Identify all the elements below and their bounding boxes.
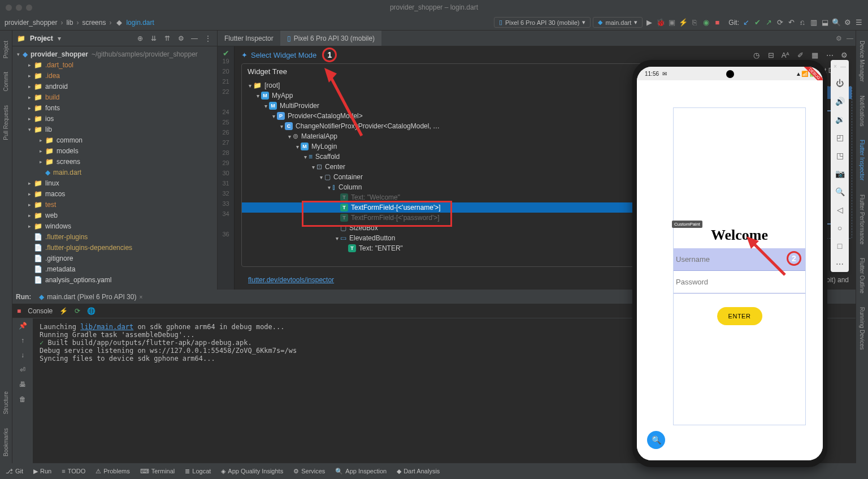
tree-item[interactable]: ▸📁macos bbox=[12, 188, 217, 199]
more-icon[interactable]: ⋯ bbox=[836, 260, 844, 269]
tree-item[interactable]: 📄analysis_options.yaml bbox=[12, 274, 217, 285]
status-run[interactable]: ▶ Run bbox=[33, 468, 51, 475]
status-dart-analysis[interactable]: ◆ Dart Analysis bbox=[397, 468, 440, 475]
expand-all-icon[interactable]: ⇊ bbox=[149, 34, 158, 43]
back-icon[interactable]: ◁ bbox=[837, 205, 843, 214]
enter-button[interactable]: ENTER bbox=[717, 307, 762, 325]
overflow-icon[interactable]: ⋯ bbox=[825, 50, 834, 59]
status-problems[interactable]: ⚠ Problems bbox=[96, 468, 129, 475]
tree-item[interactable]: ▸📁test bbox=[12, 199, 217, 210]
status-services[interactable]: ⚙ Services bbox=[293, 468, 325, 475]
rail-structure[interactable]: Structure bbox=[3, 391, 9, 415]
rail-running-devices[interactable]: Running Devices bbox=[859, 307, 865, 350]
tree-item[interactable]: ▸📁android bbox=[12, 81, 217, 92]
more-icon[interactable]: ⋮ bbox=[203, 34, 212, 43]
power-icon[interactable]: ⏻ bbox=[836, 79, 844, 88]
rail-device-manager[interactable]: Device Manager bbox=[859, 41, 865, 82]
text-scale-icon[interactable]: Aᴬ bbox=[781, 50, 790, 59]
settings-icon[interactable]: ⚙ bbox=[840, 50, 849, 59]
rail-project[interactable]: Project bbox=[3, 41, 9, 58]
breadcrumb-file[interactable]: login.dart bbox=[126, 19, 154, 27]
tab-flutter-inspector[interactable]: Flutter Inspector bbox=[218, 31, 280, 46]
rotate-right-icon[interactable]: ◳ bbox=[836, 151, 844, 160]
locate-icon[interactable]: ⊕ bbox=[136, 34, 145, 43]
hot-reload-button[interactable]: ⚡ bbox=[679, 18, 688, 27]
undo-icon[interactable]: ↶ bbox=[787, 18, 796, 27]
status-terminal[interactable]: ⌨ Terminal bbox=[140, 468, 175, 475]
device-selector[interactable]: ▯ Pixel 6 Pro API 30 (mobile) ▾ bbox=[494, 17, 591, 28]
volume-down-icon[interactable]: 🔉 bbox=[835, 115, 845, 124]
select-widget-mode-button[interactable]: ✦ Select Widget Mode bbox=[241, 51, 316, 59]
screenshot-icon[interactable]: 📷 bbox=[835, 169, 845, 178]
coverage-button[interactable]: ▣ bbox=[667, 18, 676, 27]
rail-flutter-inspector[interactable]: Flutter Inspector bbox=[859, 140, 865, 180]
status-logcat[interactable]: ≣ Logcat bbox=[185, 468, 211, 475]
close-icon[interactable]: × bbox=[139, 294, 142, 300]
print-icon[interactable]: 🖶 bbox=[19, 381, 26, 389]
attach-button[interactable]: ⎘ bbox=[690, 18, 699, 27]
tree-item[interactable]: ▸📁ios bbox=[12, 113, 217, 124]
home-icon[interactable]: ○ bbox=[837, 223, 842, 232]
devtools-link[interactable]: flutter.dev/devtools/inspector bbox=[241, 273, 341, 287]
tree-item[interactable]: 📄.gitignore bbox=[12, 253, 217, 264]
tree-item[interactable]: ▸📁build bbox=[12, 92, 217, 102]
volume-up-icon[interactable]: 🔊 bbox=[835, 97, 845, 106]
tree-item[interactable]: ◆main.dart bbox=[12, 167, 217, 178]
status-todo[interactable]: ≡ TODO bbox=[62, 468, 85, 474]
tree-item[interactable]: 📄.flutter-plugins bbox=[12, 231, 217, 242]
tree-item[interactable]: ▸📁.idea bbox=[12, 70, 217, 81]
profile-button[interactable]: ◉ bbox=[701, 18, 710, 27]
sdk-icon[interactable]: ⬓ bbox=[821, 18, 830, 27]
pin-icon[interactable]: 📌 bbox=[19, 322, 27, 330]
hide-icon[interactable]: — bbox=[844, 34, 856, 42]
inspector-fab[interactable]: 🔍 bbox=[647, 431, 665, 449]
avd-icon[interactable]: ▥ bbox=[809, 18, 818, 27]
tree-item[interactable]: ▸📁web bbox=[12, 210, 217, 221]
ruler-icon[interactable]: ⊟ bbox=[766, 50, 775, 59]
tree-item[interactable]: ▸📁models bbox=[12, 145, 217, 156]
tree-item[interactable]: ▸📁screens bbox=[12, 156, 217, 167]
up-icon[interactable]: ↑ bbox=[21, 336, 24, 344]
tab-device[interactable]: ▯Pixel 6 Pro API 30 (mobile) bbox=[280, 31, 381, 46]
settings-icon[interactable]: ⚙ bbox=[833, 34, 844, 42]
overview-icon[interactable]: □ bbox=[837, 241, 842, 251]
devtools-icon[interactable]: 🌐 bbox=[87, 307, 96, 315]
search-icon[interactable]: 🔍 bbox=[832, 18, 841, 27]
status-git[interactable]: ⎇ Git bbox=[6, 468, 23, 475]
settings-icon[interactable]: ⚙ bbox=[843, 18, 852, 27]
git-history-icon[interactable]: ⟳ bbox=[775, 18, 784, 27]
status-app-quality[interactable]: ◈ App Quality Insights bbox=[221, 468, 283, 475]
rail-pull-requests[interactable]: Pull Requests bbox=[3, 105, 9, 140]
minimize-icon[interactable]: — bbox=[840, 63, 846, 70]
git-push-icon[interactable]: ↗ bbox=[764, 18, 773, 27]
image-icon[interactable]: ▦ bbox=[810, 50, 819, 59]
stop-icon[interactable]: ■ bbox=[17, 307, 21, 315]
close-icon[interactable]: × bbox=[834, 63, 837, 70]
tree-item[interactable]: 📄.flutter-plugins-dependencies bbox=[12, 242, 217, 253]
down-icon[interactable]: ↓ bbox=[21, 351, 24, 359]
settings-icon[interactable]: ⚙ bbox=[176, 34, 185, 43]
breadcrumb-dir[interactable]: screens bbox=[82, 19, 106, 27]
tree-root[interactable]: ▾◆provider_shopper ~/github/samples/prov… bbox=[12, 49, 217, 59]
run-config-selector[interactable]: ◆ main.dart ▾ bbox=[593, 17, 643, 28]
collapse-all-icon[interactable]: ⇈ bbox=[163, 34, 172, 43]
breadcrumb-dir[interactable]: lib bbox=[66, 19, 73, 27]
run-tab[interactable]: ◆ main.dart (Pixel 6 Pro API 30) × bbox=[34, 290, 147, 304]
git-pull-icon[interactable]: ↙ bbox=[741, 18, 750, 27]
wrap-icon[interactable]: ⏎ bbox=[20, 366, 25, 374]
rail-flutter-performance[interactable]: Flutter Performance bbox=[859, 195, 865, 244]
tree-item[interactable]: ▸📁common bbox=[12, 135, 217, 145]
rail-commit[interactable]: Commit bbox=[3, 72, 9, 91]
chevron-down-icon[interactable]: ▾ bbox=[58, 34, 61, 42]
path-icon[interactable]: ✐ bbox=[796, 50, 805, 59]
debug-button[interactable]: 🐞 bbox=[656, 18, 665, 27]
tree-item[interactable]: ▸📁fonts bbox=[12, 102, 217, 113]
git-commit-icon[interactable]: ✔ bbox=[753, 18, 762, 27]
tree-item[interactable]: 📄.metadata bbox=[12, 264, 217, 274]
hide-icon[interactable]: — bbox=[190, 34, 199, 43]
rail-flutter-outline[interactable]: Flutter Outline bbox=[859, 258, 865, 294]
account-icon[interactable]: ☰ bbox=[854, 18, 863, 27]
hot-reload-icon[interactable]: ⚡ bbox=[59, 307, 68, 315]
rail-notifications[interactable]: Notifications bbox=[859, 96, 865, 126]
sync-icon[interactable]: ⎌ bbox=[798, 18, 807, 27]
